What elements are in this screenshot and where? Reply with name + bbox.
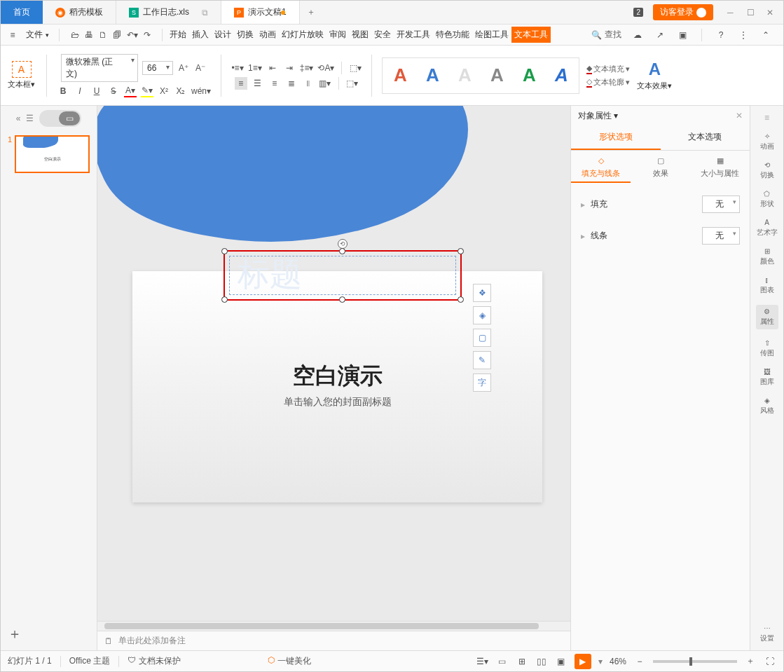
resize-handle-nw[interactable] (221, 248, 228, 254)
subtitle-placeholder[interactable]: 单击输入您的封面副标题 (132, 396, 542, 409)
redo-icon[interactable]: ↷ (144, 30, 151, 40)
tab-doc-0[interactable]: ◉ 稻壳模板 (43, 1, 116, 24)
collapse-thumbs-icon[interactable]: « (16, 114, 21, 123)
line-spacing-icon[interactable]: ‡≡▾ (300, 62, 314, 74)
fill-select[interactable]: 无 (702, 196, 740, 213)
sb-animation[interactable]: ✧动画 (760, 132, 774, 151)
zoom-in-icon[interactable]: ＋ (744, 655, 757, 668)
text-style-gallery[interactable]: A A A A A A (382, 57, 579, 94)
theme-indicator[interactable]: Office 主题 (69, 655, 110, 667)
align-top-icon[interactable]: ⬚▾ (349, 62, 362, 74)
minimize-icon[interactable]: ─ (727, 8, 737, 18)
text-effects-button[interactable]: A 文本效果▾ (637, 60, 672, 91)
menu-animation[interactable]: 动画 (256, 27, 279, 43)
notes-view-icon[interactable]: ☰▾ (476, 655, 489, 668)
textbox-button[interactable]: A 文本框▾ (6, 60, 36, 91)
strike-icon[interactable]: S̶ (107, 85, 120, 97)
sb-settings[interactable]: ⋯设置 (760, 624, 774, 643)
window-icon[interactable]: ▣ (676, 29, 689, 41)
notes-pane[interactable]: 🗒 单击此处添加备注 (97, 631, 570, 650)
font-color-icon[interactable]: A▾ (124, 85, 137, 97)
text-style-1[interactable]: A (418, 61, 447, 90)
text-style-0[interactable]: A (385, 61, 415, 90)
subtab-size[interactable]: ▦大小与属性 (690, 156, 750, 183)
align-left-icon[interactable]: ≡ (235, 77, 247, 90)
menu-hamburger-icon[interactable]: ≡ (6, 29, 19, 41)
superscript-icon[interactable]: X² (158, 85, 170, 97)
undo-icon[interactable]: ↶▾ (127, 30, 138, 40)
line-select[interactable]: 无 (702, 227, 740, 245)
subscript-icon[interactable]: X₂ (174, 85, 187, 97)
menu-slideshow[interactable]: 幻灯片放映 (279, 27, 326, 43)
menu-view[interactable]: 视图 (349, 27, 371, 43)
outline-tool-icon[interactable]: ▢ (473, 329, 491, 347)
sb-properties[interactable]: ⚙属性 (756, 305, 778, 329)
preview-icon[interactable]: 🗋 (99, 30, 107, 40)
sb-chart[interactable]: ⫿图表 (760, 276, 774, 295)
play-button[interactable]: ▶ (575, 654, 591, 669)
menu-review[interactable]: 审阅 (326, 27, 349, 43)
bullet-list-icon[interactable]: •≡▾ (231, 62, 244, 74)
resize-handle-sw[interactable] (221, 296, 228, 303)
tab-doc-1[interactable]: S 工作日志.xls ⧉ (116, 1, 221, 24)
subtab-fill-line[interactable]: ◇填充与线条 (571, 156, 631, 183)
zoom-slider[interactable] (653, 660, 737, 663)
beautify-button[interactable]: ⬡一键美化 (268, 655, 311, 667)
tab-home[interactable]: 首页 (1, 1, 43, 24)
edit-text-icon[interactable]: ✎ (473, 351, 491, 369)
italic-icon[interactable]: I (74, 85, 86, 97)
slide-count[interactable]: 幻灯片 1 / 1 (8, 655, 52, 667)
share-icon[interactable]: ↗ (654, 29, 666, 41)
menu-security[interactable]: 安全 (371, 27, 394, 43)
expand-line-icon[interactable]: ▸ (581, 231, 585, 241)
font-family-select[interactable]: 微软雅黑 (正文) (61, 54, 138, 82)
protect-indicator[interactable]: 🛡文档未保护 (128, 655, 181, 667)
title-textbox-selection[interactable]: ⟲ 标题 (223, 250, 462, 301)
indent-dec-icon[interactable]: ⇤ (266, 62, 279, 74)
distribute-icon[interactable]: ⫴ (302, 77, 315, 90)
slide-thumbnail-1[interactable]: 1 空白演示 (8, 135, 90, 173)
sb-transition[interactable]: ⟲切换 (760, 161, 774, 180)
view-toggle[interactable]: ▭ (39, 110, 81, 127)
grow-font-icon[interactable]: A⁺ (177, 62, 190, 74)
close-panel-icon[interactable]: ✕ (736, 111, 743, 121)
sb-color[interactable]: ⊞颜色 (760, 247, 774, 266)
new-tab-button[interactable]: ＋ (300, 1, 322, 24)
shrink-font-icon[interactable]: A⁻ (194, 62, 207, 74)
menu-insert[interactable]: 插入 (189, 27, 212, 43)
align-justify-icon[interactable]: ≣ (285, 77, 298, 90)
format-icon[interactable]: 字 (473, 373, 491, 392)
text-style-2[interactable]: A (450, 61, 479, 90)
scrollbar-thumb[interactable] (104, 623, 539, 629)
sb-shape[interactable]: ⬠形状 (760, 190, 774, 209)
text-fill-button[interactable]: ◆文本填充▾ (586, 64, 630, 74)
sorter-view-icon[interactable]: ⊞ (516, 655, 528, 668)
maximize-icon[interactable]: ☐ (747, 8, 757, 18)
text-style-5[interactable]: A (546, 61, 576, 90)
number-list-icon[interactable]: 1≡▾ (248, 62, 262, 74)
slideshow-view-icon[interactable]: ▣ (555, 655, 568, 668)
sb-upload[interactable]: ⇧传图 (760, 339, 774, 358)
rotate-handle-icon[interactable]: ⟲ (338, 239, 348, 249)
text-direction-icon[interactable]: ⟲A▾ (317, 62, 334, 74)
sb-wordart[interactable]: A艺术字 (757, 219, 778, 238)
open-icon[interactable]: 🗁 (71, 30, 79, 40)
reading-view-icon[interactable]: ▯▯ (535, 655, 548, 668)
bold-icon[interactable]: B (57, 85, 69, 97)
convert-shape-icon[interactable]: ⬚▾ (346, 77, 359, 90)
fill-tool-icon[interactable]: ◈ (473, 306, 491, 324)
blue-blob-shape[interactable] (97, 106, 553, 250)
menu-start[interactable]: 开始 (167, 27, 189, 43)
play-dropdown-icon[interactable]: ▾ (598, 657, 603, 666)
cloud-icon[interactable]: ☁ (631, 29, 644, 41)
notes-placeholder[interactable]: 单击此处添加备注 (118, 635, 186, 647)
expand-fill-icon[interactable]: ▸ (581, 200, 585, 210)
align-right-icon[interactable]: ≡ (268, 77, 281, 90)
resize-handle-ne[interactable] (458, 248, 464, 254)
layers-icon[interactable]: ❖ (473, 284, 491, 302)
tab-text-options[interactable]: 文本选项 (661, 125, 750, 150)
help-icon[interactable]: ? (715, 29, 727, 41)
subtab-effects[interactable]: ▢效果 (631, 156, 690, 183)
text-style-3[interactable]: A (482, 61, 511, 90)
menu-design[interactable]: 设计 (212, 27, 234, 43)
